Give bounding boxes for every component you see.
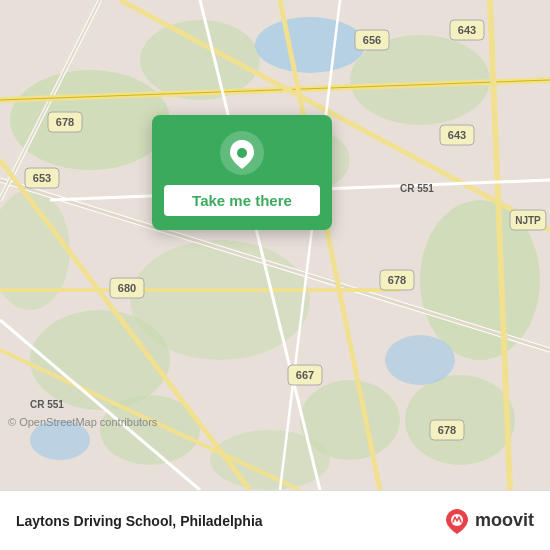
svg-text:678: 678 [56, 116, 74, 128]
svg-text:678: 678 [438, 424, 456, 436]
svg-text:CR 551: CR 551 [400, 183, 434, 194]
svg-point-13 [255, 17, 365, 73]
popup-card: Take me there [152, 115, 332, 230]
moovit-logo: moovit [443, 507, 534, 535]
svg-text:680: 680 [118, 282, 136, 294]
svg-text:667: 667 [296, 369, 314, 381]
moovit-text: moovit [475, 510, 534, 531]
svg-point-1 [10, 70, 170, 170]
take-me-there-button[interactable]: Take me there [164, 185, 320, 216]
svg-text:643: 643 [448, 129, 466, 141]
location-name: Laytons Driving School, Philadelphia [16, 513, 263, 529]
copyright-text: © OpenStreetMap contributors [8, 416, 157, 428]
svg-text:CR 551: CR 551 [30, 399, 64, 410]
svg-point-14 [385, 335, 455, 385]
location-info: Laytons Driving School, Philadelphia [16, 513, 263, 529]
svg-point-57 [237, 148, 247, 158]
svg-text:643: 643 [458, 24, 476, 36]
svg-text:NJTP: NJTP [515, 215, 541, 226]
svg-text:656: 656 [363, 34, 381, 46]
svg-text:653: 653 [33, 172, 51, 184]
location-pin-icon [220, 131, 264, 175]
svg-text:678: 678 [388, 274, 406, 286]
bottom-bar: Laytons Driving School, Philadelphia moo… [0, 490, 550, 550]
svg-point-2 [140, 20, 260, 100]
moovit-brand-icon [443, 507, 471, 535]
map-container: 643 643 656 678 653 680 667 CR 551 678 6… [0, 0, 550, 490]
